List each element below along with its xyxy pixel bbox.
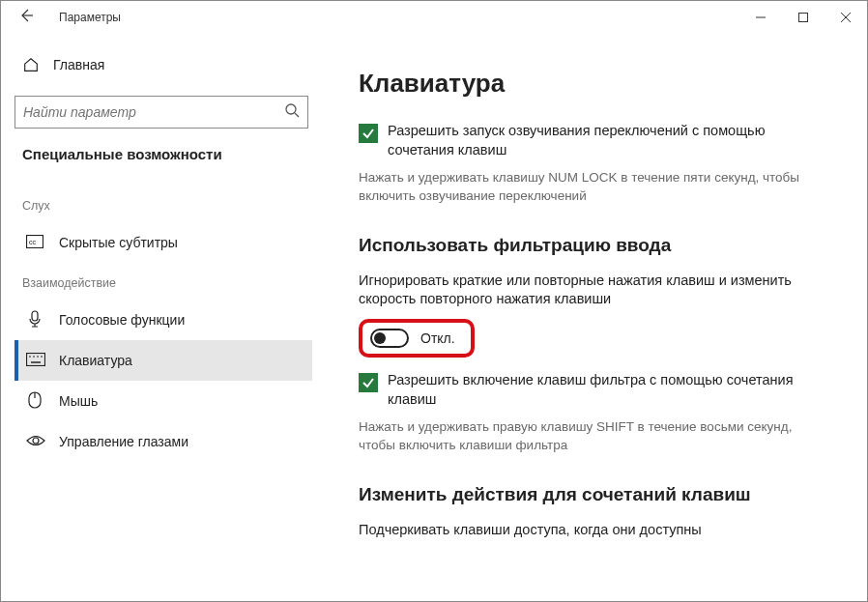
search-icon	[284, 102, 300, 122]
window-controls	[739, 2, 867, 33]
eye-icon	[26, 434, 43, 450]
mouse-icon	[26, 391, 43, 412]
section-filter-heading: Использовать фильтрацию ввода	[359, 235, 828, 256]
checkbox-filter-shortcut[interactable]: Разрешить включение клавиш фильтра с пом…	[359, 371, 828, 409]
search-field[interactable]	[23, 104, 284, 120]
svg-text:cc: cc	[29, 239, 37, 245]
nav-label: Мышь	[59, 393, 98, 409]
svg-line-5	[295, 113, 299, 117]
search-input[interactable]	[14, 96, 308, 129]
toggle-knob	[374, 332, 386, 344]
checkbox-label: Разрешить включение клавиш фильтра с пом…	[388, 371, 828, 409]
filter-keys-toggle[interactable]	[370, 329, 409, 348]
section-shortcuts-desc: Подчеркивать клавиши доступа, когда они …	[359, 521, 828, 540]
svg-rect-1	[799, 14, 808, 22]
checkbox-checked-icon	[359, 124, 378, 143]
close-button[interactable]	[825, 2, 867, 33]
sidebar: Главная Специальные возможности Слух cc …	[1, 34, 318, 601]
home-label: Главная	[53, 57, 104, 72]
hint-text: Нажать и удерживать правую клавишу SHIFT…	[359, 418, 828, 455]
svg-rect-8	[32, 311, 38, 321]
sidebar-item-mouse[interactable]: Мышь	[14, 381, 312, 421]
nav-label: Голосовые функции	[59, 312, 185, 328]
svg-point-17	[33, 438, 39, 444]
nav-label: Скрытые субтитры	[59, 235, 178, 250]
sidebar-item-voice[interactable]: Голосовые функции	[14, 300, 312, 340]
checkbox-toggle-keys-sound[interactable]: Разрешить запуск озвучивания переключени…	[359, 122, 828, 159]
svg-rect-9	[27, 353, 45, 365]
sidebar-item-captions[interactable]: cc Скрытые субтитры	[14, 222, 312, 263]
maximize-button[interactable]	[782, 2, 825, 33]
back-button[interactable]	[13, 6, 40, 29]
toggle-state-label: Откл.	[420, 330, 455, 346]
captions-icon: cc	[26, 235, 43, 251]
content-pane: Клавиатура Разрешить запуск озвучивания …	[318, 34, 867, 601]
mic-icon	[26, 310, 43, 330]
nav-label: Управление глазами	[59, 434, 188, 449]
minimize-button[interactable]	[739, 2, 782, 33]
section-shortcuts-heading: Изменить действия для сочетаний клавиш	[359, 484, 828, 505]
page-title: Клавиатура	[359, 69, 828, 99]
current-section: Специальные возможности	[14, 146, 312, 186]
window-title: Параметры	[59, 11, 121, 24]
titlebar: Параметры	[1, 1, 867, 34]
settings-window: Параметры Главная	[0, 0, 868, 602]
nav-label: Клавиатура	[59, 353, 132, 368]
section-filter-desc: Игнорировать краткие или повторные нажат…	[359, 272, 828, 309]
home-nav[interactable]: Главная	[14, 47, 312, 82]
home-icon	[22, 56, 40, 73]
group-hearing: Слух	[14, 186, 312, 222]
keyboard-icon	[26, 353, 43, 369]
hint-text: Нажать и удерживать клавишу NUM LOCK в т…	[359, 169, 828, 206]
checkbox-label: Разрешить запуск озвучивания переключени…	[388, 122, 828, 159]
group-interaction: Взаимодействие	[14, 263, 312, 300]
sidebar-item-keyboard[interactable]: Клавиатура	[14, 340, 312, 381]
highlight-annotation: Откл.	[359, 319, 475, 358]
sidebar-item-eye[interactable]: Управление глазами	[14, 421, 312, 462]
checkbox-checked-icon	[359, 373, 378, 392]
svg-point-4	[286, 104, 296, 114]
